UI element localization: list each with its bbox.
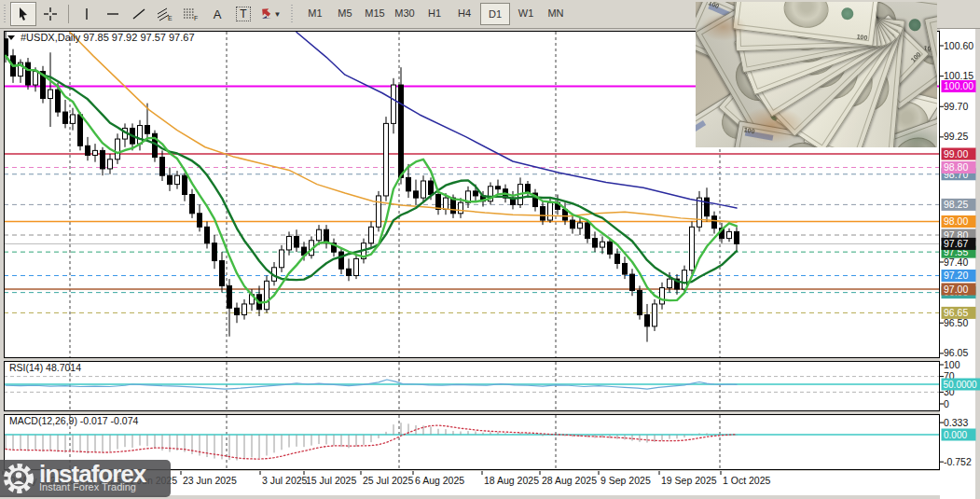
instaforex-gear-icon (0, 461, 37, 496)
candle-body (213, 243, 217, 261)
tf-h4-button[interactable]: H4 (450, 3, 478, 23)
tf-m15-button[interactable]: M15 (361, 3, 389, 23)
candle-body (683, 270, 687, 289)
candle-body (78, 115, 83, 146)
tf-mn-button[interactable]: MN (542, 3, 570, 23)
candle-body (93, 150, 98, 155)
macd-tick-label: 0.333 (944, 417, 968, 428)
candle-body (168, 175, 173, 184)
rsi-tick-label: 0 (944, 398, 949, 409)
tf-h1-button[interactable]: H1 (421, 3, 449, 23)
horizontal-line-tool-button[interactable] (101, 3, 125, 25)
price-badge-99.00: 99.00 (942, 148, 976, 160)
candle-body (138, 126, 143, 145)
tf-mn-label: MN (547, 7, 563, 19)
date-label: 6 Aug 2025 (415, 475, 464, 486)
svg-text:F: F (194, 15, 198, 21)
candle-body (421, 181, 426, 198)
tf-m5-label: M5 (338, 7, 352, 19)
trendline-icon (131, 7, 146, 21)
tf-m5-button[interactable]: M5 (331, 3, 359, 23)
svg-text:98.25: 98.25 (944, 199, 968, 210)
candle-body (630, 274, 635, 290)
date-label: 1 Oct 2025 (723, 475, 771, 486)
candle-body (287, 236, 292, 250)
candle-body (347, 269, 352, 275)
date-label: 3 Jul 2025 (262, 475, 308, 486)
candle-body (712, 216, 717, 229)
candle-body (705, 198, 710, 216)
candle-body (668, 279, 672, 287)
svg-text:98.80: 98.80 (944, 161, 968, 173)
candle-body (34, 72, 38, 86)
candle-body (354, 258, 359, 275)
vertical-line-icon (79, 7, 94, 21)
rsi-pane (5, 362, 940, 411)
svg-text:97.67: 97.67 (944, 238, 968, 249)
candle-body (384, 123, 389, 196)
candle-body (220, 261, 225, 286)
candle-body (101, 150, 105, 169)
toolbar-drag-handle[interactable] (3, 5, 7, 23)
macd-pane-splitter[interactable] (4, 412, 940, 414)
trading-terminal-window: { "toolbar": { "tools": ["cursor","cross… (0, 0, 980, 499)
candle-body (459, 202, 463, 214)
macd-zero-badge: 0.000 (942, 429, 976, 441)
trendline-tool-button[interactable] (127, 3, 151, 25)
candle-body (183, 175, 187, 194)
cursor-tool-button[interactable] (10, 2, 36, 26)
candle-body (190, 195, 195, 214)
price-badge-96.65: 96.65 (942, 307, 976, 319)
candle-body (727, 231, 732, 238)
bid-price-badge: 97.67 (942, 238, 976, 250)
text-tool-button[interactable]: A (205, 3, 229, 25)
candle-body (578, 223, 583, 229)
toolbar-drag-handle-2[interactable] (290, 5, 294, 23)
date-label: 9 Sep 2025 (600, 475, 651, 486)
svg-text:98.00: 98.00 (944, 215, 968, 227)
symbol-ohlc-text: #USDX,Daily 97.85 97.92 97.57 97.67 (21, 32, 195, 43)
candle-body (615, 254, 620, 263)
vertical-line-tool-button[interactable] (75, 3, 99, 25)
candle-body (71, 115, 76, 123)
logo-tagline: Instant Forex Trading (39, 481, 145, 492)
svg-text:96.65: 96.65 (944, 307, 968, 318)
dollar-bills-photo: 1001001001001001001001001001001001001001… (696, 2, 937, 147)
logo-brand-text: instaforex (39, 464, 145, 483)
price-badge-97.00: 97.00 (942, 284, 976, 296)
candle-body (593, 239, 598, 247)
candle-body (198, 214, 202, 228)
candle-body (660, 288, 665, 304)
candle-body (474, 191, 478, 196)
price-badge-98.00: 98.00 (942, 215, 976, 228)
rsi-tick-label: 100 (944, 359, 960, 370)
horizontal-line-icon (105, 7, 120, 21)
tf-m30-button[interactable]: M30 (391, 3, 419, 23)
fibonacci-tool-button[interactable]: F (179, 3, 203, 25)
label-tool-button[interactable]: T (231, 3, 255, 25)
candle-body (63, 112, 68, 123)
candle-body (235, 308, 240, 314)
chevron-down-icon: ▼ (274, 10, 282, 19)
date-label: 28 Aug 2025 (542, 475, 597, 486)
rsi-pane-splitter[interactable] (4, 359, 940, 361)
candle-body (26, 62, 31, 85)
crosshair-tool-button[interactable] (38, 3, 62, 25)
tf-m30-label: M30 (394, 7, 414, 19)
date-label: 19 Sep 2025 (661, 475, 717, 486)
tf-w1-button[interactable]: W1 (512, 3, 540, 23)
arrows-tool-button[interactable]: ▼ (257, 3, 282, 25)
price-badge-97.20: 97.20 (942, 270, 976, 282)
candle-body (436, 195, 441, 210)
candle-body (645, 315, 650, 326)
equidistant-channel-tool-button[interactable]: E (153, 3, 177, 25)
price-badge-98.80: 98.80 (942, 161, 976, 173)
tf-m1-button[interactable]: M1 (301, 3, 329, 23)
price-badge-100.00: 100.00 (942, 80, 976, 92)
tf-d1-button[interactable]: D1 (480, 3, 510, 25)
rsi-label: RSI(14) 48.7014 (9, 362, 81, 373)
candle-body (541, 207, 545, 221)
candle-body (623, 263, 628, 274)
candle-body (548, 202, 553, 220)
price-badge-98.25: 98.25 (942, 199, 976, 211)
